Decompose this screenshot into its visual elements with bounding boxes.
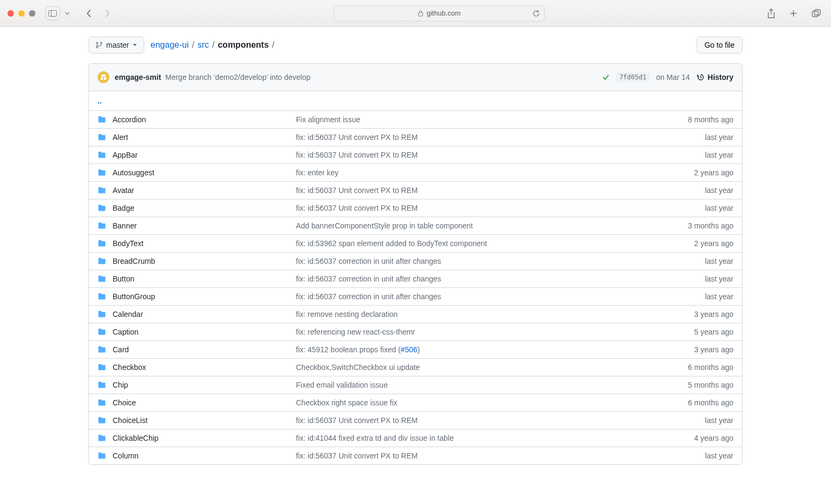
folder-icon	[98, 133, 106, 142]
breadcrumb: engage-ui / src / components /	[151, 40, 276, 50]
file-row: Captionfix: referencing new react-css-th…	[89, 323, 742, 341]
commit-author[interactable]: emgage-smit	[115, 73, 161, 81]
parent-directory-link[interactable]: ..	[98, 97, 102, 105]
folder-icon	[98, 221, 106, 230]
commit-message-link[interactable]: fix: remove nesting declaration	[296, 310, 658, 318]
commit-age: 8 months ago	[658, 115, 733, 124]
back-button[interactable]	[81, 6, 97, 20]
directory-link[interactable]: Column	[113, 451, 138, 460]
directory-link[interactable]: Accordion	[113, 115, 146, 124]
commit-age: 6 months ago	[658, 363, 733, 372]
directory-link[interactable]: Choice	[113, 398, 136, 407]
browser-toolbar: github.com	[0, 0, 831, 27]
breadcrumb-current: components	[218, 40, 269, 50]
svg-rect-2	[418, 13, 422, 17]
parent-directory-row[interactable]: ..	[89, 91, 742, 111]
file-row: Autosuggestfix: enter key2 years ago	[89, 164, 742, 182]
commit-message-link[interactable]: fix: 45912 boolean props fixed (#506)	[296, 345, 658, 354]
new-tab-button[interactable]	[786, 6, 801, 20]
commit-message-link[interactable]: fix: enter key	[296, 168, 658, 177]
commit-message-link[interactable]: fix: id:56037 Unit convert PX to REM	[296, 451, 658, 460]
file-row: ButtonGroupfix: id:56037 correction in u…	[89, 288, 742, 306]
svg-rect-7	[104, 77, 106, 80]
commit-message-link[interactable]: Add bannerComponentStyle prop in table c…	[296, 221, 658, 230]
file-row: Calendarfix: remove nesting declaration3…	[89, 306, 742, 323]
tabs-overview-button[interactable]	[808, 6, 823, 20]
breadcrumb-path-1[interactable]: src	[197, 40, 209, 50]
commit-message-link[interactable]: fix: id:41044 fixed extra td and div iss…	[296, 434, 658, 442]
directory-link[interactable]: Card	[113, 345, 129, 354]
commit-age: 3 years ago	[658, 345, 733, 354]
commit-age: 6 months ago	[658, 398, 733, 407]
directory-link[interactable]: ButtonGroup	[113, 292, 155, 301]
checks-status-icon[interactable]	[602, 73, 610, 81]
forward-button[interactable]	[100, 6, 115, 20]
commit-message-link[interactable]: Fixed email validation issue	[296, 381, 658, 389]
branch-select-button[interactable]: master	[88, 36, 144, 54]
commit-message-link[interactable]: fix: id:56037 Unit convert PX to REM	[296, 416, 658, 425]
commit-message-link[interactable]: fix: id:56037 Unit convert PX to REM	[296, 133, 658, 142]
caret-down-icon	[132, 43, 137, 47]
window-minimize-button[interactable]	[18, 10, 25, 17]
folder-icon	[98, 381, 106, 389]
directory-link[interactable]: ClickableChip	[113, 434, 159, 442]
commit-message-link[interactable]: fix: id:56037 correction in unit after c…	[296, 292, 658, 301]
folder-icon	[98, 204, 106, 212]
folder-icon	[98, 310, 106, 318]
svg-rect-5	[101, 75, 106, 77]
commit-sha[interactable]: 7fd05d1	[616, 72, 650, 82]
directory-link[interactable]: Button	[113, 275, 134, 283]
folder-icon	[98, 398, 106, 407]
commit-message-link[interactable]: Fix alignment issue	[296, 115, 658, 124]
commit-message-link[interactable]: fix: referencing new react-css-themr	[296, 328, 658, 336]
commit-age: 2 years ago	[658, 239, 733, 248]
pr-link[interactable]: #506	[400, 345, 417, 354]
sidebar-toggle-button[interactable]	[45, 6, 60, 20]
file-row: Avatarfix: id:56037 Unit convert PX to R…	[89, 182, 742, 199]
commit-message-link[interactable]: fix: id:56037 correction in unit after c…	[296, 257, 658, 265]
commit-message-link[interactable]: fix: id:56037 Unit convert PX to REM	[296, 186, 658, 195]
commit-message[interactable]: Merge branch 'demo2/develop' into develo…	[165, 73, 310, 81]
breadcrumb-repo[interactable]: engage-ui	[151, 40, 189, 50]
directory-link[interactable]: BreadCrumb	[113, 257, 155, 265]
directory-link[interactable]: Autosuggest	[113, 168, 154, 177]
directory-link[interactable]: Checkbox	[113, 363, 146, 372]
commit-message-link[interactable]: Checkbox right space issue fix	[296, 398, 658, 407]
commit-message-link[interactable]: fix: id:53962 span element added to Body…	[296, 239, 658, 248]
file-row: ChoiceListfix: id:56037 Unit convert PX …	[89, 412, 742, 429]
directory-link[interactable]: Alert	[113, 133, 128, 142]
commit-message-link[interactable]: fix: id:56037 Unit convert PX to REM	[296, 151, 658, 159]
directory-link[interactable]: Avatar	[113, 186, 134, 195]
window-zoom-button[interactable]	[29, 10, 35, 17]
directory-link[interactable]: AppBar	[113, 151, 138, 159]
commit-message-link[interactable]: fix: id:56037 Unit convert PX to REM	[296, 204, 658, 212]
window-close-button[interactable]	[8, 10, 14, 17]
folder-icon	[98, 239, 106, 248]
git-branch-icon	[95, 41, 103, 49]
file-row: Cardfix: 45912 boolean props fixed (#506…	[89, 341, 742, 359]
folder-icon	[98, 115, 106, 124]
commit-age: 5 months ago	[658, 381, 733, 389]
directory-link[interactable]: Badge	[113, 204, 134, 212]
file-row: ClickableChipfix: id:41044 fixed extra t…	[89, 429, 742, 447]
lock-icon	[418, 10, 424, 17]
history-link[interactable]: History	[696, 73, 733, 81]
address-bar[interactable]: github.com	[333, 5, 545, 21]
chevron-down-icon[interactable]	[63, 12, 71, 15]
file-listing-box: emgage-smit Merge branch 'demo2/develop'…	[88, 63, 743, 465]
directory-link[interactable]: ChoiceList	[113, 416, 147, 425]
commit-message-link[interactable]: Checkbox,SwitchCheckbox ui update	[296, 363, 658, 372]
go-to-file-button[interactable]: Go to file	[696, 36, 743, 54]
directory-link[interactable]: Caption	[113, 328, 138, 336]
commit-message-link[interactable]: fix: id:56037 correction in unit after c…	[296, 275, 658, 283]
directory-link[interactable]: Banner	[113, 221, 137, 230]
directory-link[interactable]: Calendar	[113, 310, 143, 318]
author-avatar[interactable]	[98, 71, 109, 83]
directory-link[interactable]: Chip	[113, 381, 128, 389]
directory-link[interactable]: BodyText	[113, 239, 144, 248]
folder-icon	[98, 168, 106, 177]
folder-icon	[98, 275, 106, 283]
share-button[interactable]	[763, 6, 778, 20]
file-row: BodyTextfix: id:53962 span element added…	[89, 235, 742, 253]
refresh-button[interactable]	[532, 10, 540, 17]
